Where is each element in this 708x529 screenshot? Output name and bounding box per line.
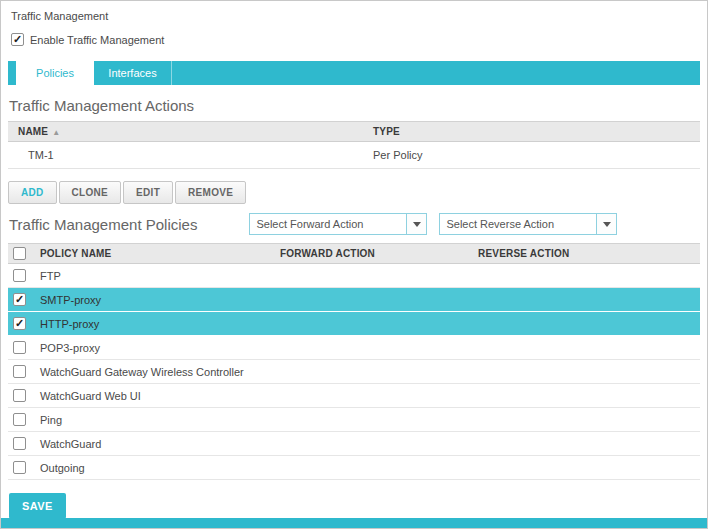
policy-checkbox[interactable] [13, 461, 26, 474]
select-all-cell [8, 247, 38, 260]
enable-checkbox[interactable] [11, 33, 24, 46]
select-all-checkbox[interactable] [13, 247, 26, 260]
action-type: Per Policy [363, 149, 700, 161]
bottom-accent-bar [1, 518, 707, 528]
clone-button[interactable]: CLONE [59, 181, 122, 204]
chevron-down-icon[interactable] [406, 214, 426, 234]
policies-header-row: Traffic Management Policies Select Forwa… [8, 213, 700, 235]
policy-row[interactable]: WatchGuard Web UI [8, 384, 700, 408]
sort-asc-icon: ▲ [52, 128, 60, 137]
policy-checkbox[interactable] [13, 413, 26, 426]
policy-row[interactable]: HTTP-proxy [8, 312, 700, 336]
policy-row[interactable]: WatchGuard [8, 432, 700, 456]
column-name-label: NAME [18, 126, 48, 137]
tab-interfaces[interactable]: Interfaces [94, 61, 172, 85]
policies-section-title: Traffic Management Policies [9, 216, 197, 233]
policy-row[interactable]: FTP [8, 264, 700, 288]
policy-checkbox[interactable] [13, 341, 26, 354]
tab-bar: Policies Interfaces [8, 61, 700, 85]
actions-table: NAME▲ TYPE TM-1 Per Policy [8, 121, 700, 169]
policy-check-cell [8, 461, 38, 474]
policy-check-cell [8, 341, 38, 354]
column-header-reverse-action[interactable]: REVERSE ACTION [476, 248, 700, 259]
policy-checkbox[interactable] [13, 269, 26, 282]
policies-table: POLICY NAME FORWARD ACTION REVERSE ACTIO… [8, 243, 700, 480]
policies-table-header: POLICY NAME FORWARD ACTION REVERSE ACTIO… [8, 243, 700, 264]
save-button[interactable]: SAVE [9, 493, 66, 519]
actions-table-header: NAME▲ TYPE [8, 121, 700, 142]
enable-label: Enable Traffic Management [30, 34, 164, 46]
policy-row[interactable]: POP3-proxy [8, 336, 700, 360]
policy-checkbox[interactable] [13, 437, 26, 450]
tab-policies[interactable]: Policies [16, 61, 94, 85]
policy-row[interactable]: Ping [8, 408, 700, 432]
actions-section-title: Traffic Management Actions [9, 97, 707, 114]
column-header-policy-name[interactable]: POLICY NAME [38, 248, 278, 259]
policy-row[interactable]: SMTP-proxy [8, 288, 700, 312]
policy-check-cell [8, 365, 38, 378]
chevron-down-icon[interactable] [596, 214, 616, 234]
action-name: TM-1 [8, 149, 363, 161]
column-header-name[interactable]: NAME▲ [8, 126, 363, 137]
column-header-forward-action[interactable]: FORWARD ACTION [278, 248, 476, 259]
policy-check-cell [8, 269, 38, 282]
policy-name: FTP [38, 270, 278, 282]
actions-toolbar: ADD CLONE EDIT REMOVE [8, 181, 700, 204]
reverse-action-value: Select Reverse Action [440, 214, 596, 234]
policy-name: WatchGuard Web UI [38, 390, 278, 402]
policy-checkbox[interactable] [13, 365, 26, 378]
policy-checkbox[interactable] [13, 389, 26, 402]
forward-action-value: Select Forward Action [250, 214, 406, 234]
page-title: Traffic Management [11, 10, 707, 22]
remove-button[interactable]: REMOVE [175, 181, 246, 204]
policy-name: Ping [38, 414, 278, 426]
action-row[interactable]: TM-1 Per Policy [8, 142, 700, 169]
policy-check-cell [8, 293, 38, 306]
policy-check-cell [8, 437, 38, 450]
policy-checkbox[interactable] [13, 317, 26, 330]
policy-name: WatchGuard Gateway Wireless Controller [38, 366, 278, 378]
enable-traffic-management-row[interactable]: Enable Traffic Management [11, 33, 707, 46]
policy-name: HTTP-proxy [38, 318, 278, 330]
policy-name: Outgoing [38, 462, 278, 474]
policy-row[interactable]: Outgoing [8, 456, 700, 480]
policy-check-cell [8, 413, 38, 426]
policy-checkbox[interactable] [13, 293, 26, 306]
policy-check-cell [8, 317, 38, 330]
edit-button[interactable]: EDIT [123, 181, 173, 204]
policy-row[interactable]: WatchGuard Gateway Wireless Controller [8, 360, 700, 384]
policy-check-cell [8, 389, 38, 402]
policy-name: SMTP-proxy [38, 294, 278, 306]
traffic-management-page: Traffic Management Enable Traffic Manage… [0, 0, 708, 529]
policy-name: WatchGuard [38, 438, 278, 450]
reverse-action-select[interactable]: Select Reverse Action [439, 213, 617, 235]
add-button[interactable]: ADD [8, 181, 57, 204]
column-header-type[interactable]: TYPE [363, 126, 700, 137]
policy-name: POP3-proxy [38, 342, 278, 354]
forward-action-select[interactable]: Select Forward Action [249, 213, 427, 235]
